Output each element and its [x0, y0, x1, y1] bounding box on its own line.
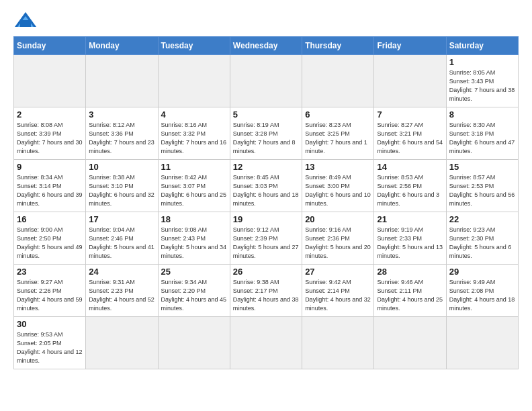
day-info: Sunrise: 8:19 AM Sunset: 3:28 PM Dayligh… — [233, 121, 299, 156]
day-info: Sunrise: 8:16 AM Sunset: 3:32 PM Dayligh… — [161, 121, 227, 156]
day-info: Sunrise: 9:19 AM Sunset: 2:33 PM Dayligh… — [377, 226, 443, 261]
day-number: 12 — [233, 162, 299, 172]
calendar-day-cell — [374, 317, 446, 369]
calendar-day-cell: 6Sunrise: 8:23 AM Sunset: 3:25 PM Daylig… — [302, 107, 374, 160]
calendar-day-cell — [14, 55, 86, 107]
header — [13, 11, 519, 30]
calendar-day-cell: 1Sunrise: 8:05 AM Sunset: 3:43 PM Daylig… — [446, 55, 518, 107]
day-info: Sunrise: 9:49 AM Sunset: 2:08 PM Dayligh… — [449, 278, 515, 313]
calendar-day-cell: 18Sunrise: 9:08 AM Sunset: 2:43 PM Dayli… — [158, 212, 230, 265]
header-saturday: Saturday — [446, 37, 518, 55]
day-info: Sunrise: 9:08 AM Sunset: 2:43 PM Dayligh… — [161, 226, 227, 261]
day-info: Sunrise: 8:30 AM Sunset: 3:18 PM Dayligh… — [449, 121, 515, 156]
day-number: 24 — [89, 267, 154, 277]
calendar-day-cell: 23Sunrise: 9:27 AM Sunset: 2:26 PM Dayli… — [14, 265, 86, 317]
logo-icon — [13, 11, 38, 30]
header-thursday: Thursday — [302, 37, 374, 55]
day-number: 29 — [449, 267, 515, 277]
day-info: Sunrise: 8:12 AM Sunset: 3:36 PM Dayligh… — [89, 121, 154, 156]
calendar-day-cell: 20Sunrise: 9:16 AM Sunset: 2:36 PM Dayli… — [302, 212, 374, 265]
calendar-day-cell: 8Sunrise: 8:30 AM Sunset: 3:18 PM Daylig… — [446, 107, 518, 160]
calendar-day-cell: 9Sunrise: 8:34 AM Sunset: 3:14 PM Daylig… — [14, 160, 86, 212]
day-number: 1 — [449, 57, 515, 67]
day-number: 14 — [377, 162, 443, 172]
day-number: 20 — [305, 214, 371, 224]
day-info: Sunrise: 9:34 AM Sunset: 2:20 PM Dayligh… — [161, 278, 227, 313]
calendar-day-cell — [158, 317, 230, 369]
day-number: 5 — [233, 109, 299, 120]
day-info: Sunrise: 9:53 AM Sunset: 2:05 PM Dayligh… — [17, 330, 83, 365]
header-sunday: Sunday — [14, 37, 86, 55]
calendar-day-cell: 11Sunrise: 8:42 AM Sunset: 3:07 PM Dayli… — [158, 160, 230, 212]
day-number: 15 — [449, 162, 515, 172]
calendar-day-cell — [374, 55, 446, 107]
calendar-day-cell: 22Sunrise: 9:23 AM Sunset: 2:30 PM Dayli… — [446, 212, 518, 265]
calendar-day-cell: 29Sunrise: 9:49 AM Sunset: 2:08 PM Dayli… — [446, 265, 518, 317]
day-info: Sunrise: 9:23 AM Sunset: 2:30 PM Dayligh… — [449, 226, 515, 261]
day-number: 30 — [17, 319, 83, 329]
calendar-day-cell: 14Sunrise: 8:53 AM Sunset: 2:56 PM Dayli… — [374, 160, 446, 212]
day-number: 21 — [377, 214, 443, 224]
calendar-day-cell: 30Sunrise: 9:53 AM Sunset: 2:05 PM Dayli… — [14, 317, 86, 369]
calendar-day-cell: 13Sunrise: 8:49 AM Sunset: 3:00 PM Dayli… — [302, 160, 374, 212]
day-number: 26 — [233, 267, 299, 277]
day-info: Sunrise: 8:45 AM Sunset: 3:03 PM Dayligh… — [233, 173, 299, 208]
day-number: 8 — [449, 109, 515, 120]
day-info: Sunrise: 9:27 AM Sunset: 2:26 PM Dayligh… — [17, 278, 83, 313]
svg-rect-2 — [20, 20, 31, 27]
day-number: 27 — [305, 267, 371, 277]
day-info: Sunrise: 8:05 AM Sunset: 3:43 PM Dayligh… — [449, 68, 515, 103]
calendar-week-row: 16Sunrise: 9:00 AM Sunset: 2:50 PM Dayli… — [14, 212, 519, 265]
day-number: 25 — [161, 267, 227, 277]
calendar-day-cell — [230, 55, 302, 107]
calendar-day-cell: 21Sunrise: 9:19 AM Sunset: 2:33 PM Dayli… — [374, 212, 446, 265]
day-number: 22 — [449, 214, 515, 224]
calendar-day-cell: 5Sunrise: 8:19 AM Sunset: 3:28 PM Daylig… — [230, 107, 302, 160]
header-friday: Friday — [374, 37, 446, 55]
day-number: 17 — [89, 214, 154, 224]
day-info: Sunrise: 9:31 AM Sunset: 2:23 PM Dayligh… — [89, 278, 154, 313]
day-info: Sunrise: 9:04 AM Sunset: 2:46 PM Dayligh… — [89, 226, 154, 261]
calendar-week-row: 2Sunrise: 8:08 AM Sunset: 3:39 PM Daylig… — [14, 107, 519, 160]
day-info: Sunrise: 8:53 AM Sunset: 2:56 PM Dayligh… — [377, 173, 443, 208]
calendar-week-row: 1Sunrise: 8:05 AM Sunset: 3:43 PM Daylig… — [14, 55, 519, 107]
day-info: Sunrise: 9:38 AM Sunset: 2:17 PM Dayligh… — [233, 278, 299, 313]
calendar-day-cell — [446, 317, 518, 369]
day-number: 6 — [305, 109, 371, 120]
calendar-day-cell — [230, 317, 302, 369]
day-number: 3 — [89, 109, 154, 120]
day-info: Sunrise: 9:12 AM Sunset: 2:39 PM Dayligh… — [233, 226, 299, 261]
day-number: 10 — [89, 162, 154, 172]
calendar-day-cell: 2Sunrise: 8:08 AM Sunset: 3:39 PM Daylig… — [14, 107, 86, 160]
day-info: Sunrise: 9:42 AM Sunset: 2:14 PM Dayligh… — [305, 278, 371, 313]
header-wednesday: Wednesday — [230, 37, 302, 55]
calendar-day-cell: 27Sunrise: 9:42 AM Sunset: 2:14 PM Dayli… — [302, 265, 374, 317]
day-number: 9 — [17, 162, 83, 172]
calendar-day-cell: 28Sunrise: 9:46 AM Sunset: 2:11 PM Dayli… — [374, 265, 446, 317]
calendar-day-cell: 16Sunrise: 9:00 AM Sunset: 2:50 PM Dayli… — [14, 212, 86, 265]
day-number: 2 — [17, 109, 83, 120]
day-number: 13 — [305, 162, 371, 172]
day-info: Sunrise: 8:49 AM Sunset: 3:00 PM Dayligh… — [305, 173, 371, 208]
logo — [13, 11, 40, 30]
day-info: Sunrise: 8:27 AM Sunset: 3:21 PM Dayligh… — [377, 121, 443, 156]
day-info: Sunrise: 8:23 AM Sunset: 3:25 PM Dayligh… — [305, 121, 371, 156]
calendar-day-cell — [158, 55, 230, 107]
day-info: Sunrise: 8:08 AM Sunset: 3:39 PM Dayligh… — [17, 121, 83, 156]
calendar-day-cell: 10Sunrise: 8:38 AM Sunset: 3:10 PM Dayli… — [86, 160, 158, 212]
calendar-day-cell: 4Sunrise: 8:16 AM Sunset: 3:32 PM Daylig… — [158, 107, 230, 160]
day-info: Sunrise: 9:46 AM Sunset: 2:11 PM Dayligh… — [377, 278, 443, 313]
calendar-week-row: 23Sunrise: 9:27 AM Sunset: 2:26 PM Dayli… — [14, 265, 519, 317]
day-info: Sunrise: 9:16 AM Sunset: 2:36 PM Dayligh… — [305, 226, 371, 261]
header-tuesday: Tuesday — [158, 37, 230, 55]
day-info: Sunrise: 8:38 AM Sunset: 3:10 PM Dayligh… — [89, 173, 154, 208]
calendar-day-cell: 12Sunrise: 8:45 AM Sunset: 3:03 PM Dayli… — [230, 160, 302, 212]
calendar-day-cell: 15Sunrise: 8:57 AM Sunset: 2:53 PM Dayli… — [446, 160, 518, 212]
calendar-day-cell — [86, 55, 158, 107]
calendar-day-cell: 3Sunrise: 8:12 AM Sunset: 3:36 PM Daylig… — [86, 107, 158, 160]
day-info: Sunrise: 8:34 AM Sunset: 3:14 PM Dayligh… — [17, 173, 83, 208]
day-number: 11 — [161, 162, 227, 172]
day-info: Sunrise: 8:57 AM Sunset: 2:53 PM Dayligh… — [449, 173, 515, 208]
calendar-week-row: 9Sunrise: 8:34 AM Sunset: 3:14 PM Daylig… — [14, 160, 519, 212]
calendar-day-cell: 25Sunrise: 9:34 AM Sunset: 2:20 PM Dayli… — [158, 265, 230, 317]
